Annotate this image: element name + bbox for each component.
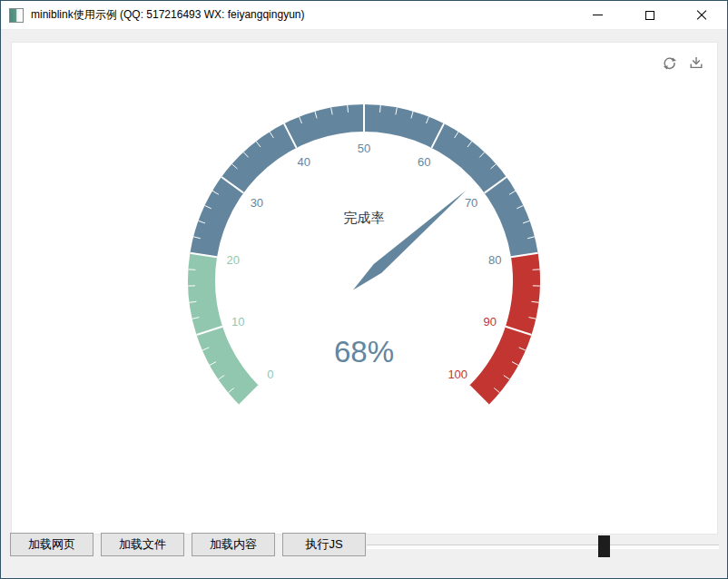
svg-text:0: 0	[267, 368, 273, 381]
button-row: 加载网页 加载文件 加载内容 执行JS	[10, 533, 366, 556]
svg-text:70: 70	[465, 196, 477, 210]
svg-text:100: 100	[448, 368, 467, 381]
window-title: miniblink使用示例 (QQ: 517216493 WX: feiyang…	[31, 7, 304, 23]
close-button[interactable]	[675, 1, 727, 29]
window-controls	[572, 1, 727, 29]
load-file-button[interactable]: 加载文件	[101, 533, 184, 556]
app-icon	[9, 8, 24, 23]
gauge-title: 完成率	[344, 210, 385, 225]
close-icon	[696, 10, 707, 21]
minimize-icon	[593, 15, 603, 15]
chart-webview: 0102030405060708090100完成率68%	[11, 42, 718, 535]
gauge-detail-value: 68%	[334, 335, 394, 368]
slider-track[interactable]	[367, 545, 719, 549]
svg-text:20: 20	[227, 253, 240, 267]
client-area: 0102030405060708090100完成率68% 加载网页	[1, 30, 727, 578]
execute-js-button[interactable]: 执行JS	[282, 533, 366, 556]
svg-text:30: 30	[251, 196, 263, 210]
svg-text:80: 80	[488, 253, 501, 267]
download-icon[interactable]	[688, 55, 704, 72]
load-content-button[interactable]: 加载内容	[192, 533, 275, 556]
svg-text:60: 60	[418, 155, 430, 169]
titlebar: miniblink使用示例 (QQ: 517216493 WX: feiyang…	[1, 1, 727, 30]
maximize-button[interactable]	[624, 1, 675, 29]
app-window: miniblink使用示例 (QQ: 517216493 WX: feiyang…	[0, 0, 728, 579]
bottom-toolbar: 加载网页 加载文件 加载内容 执行JS	[1, 533, 727, 578]
chart-toolbox	[662, 55, 704, 72]
gauge-chart: 0102030405060708090100完成率68%	[12, 43, 717, 534]
refresh-icon[interactable]	[662, 55, 678, 72]
value-slider[interactable]	[367, 535, 719, 557]
maximize-icon	[645, 11, 654, 20]
load-webpage-button[interactable]: 加载网页	[10, 533, 93, 556]
svg-text:90: 90	[484, 315, 497, 329]
svg-text:40: 40	[297, 155, 310, 169]
slider-handle[interactable]	[598, 535, 610, 557]
svg-text:10: 10	[231, 315, 244, 329]
minimize-button[interactable]	[572, 1, 624, 29]
svg-text:50: 50	[358, 142, 370, 155]
